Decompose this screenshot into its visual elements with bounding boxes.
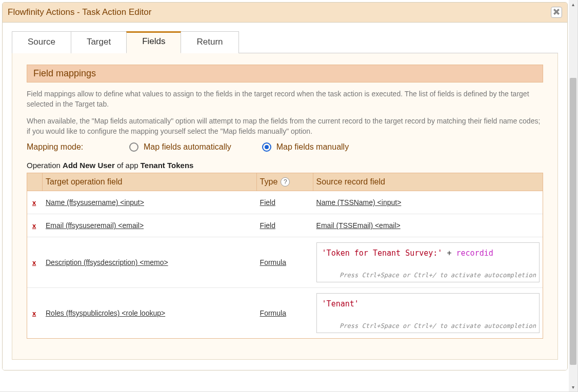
operation-line: Operation Add New User of app Tenant Tok… [27,161,543,170]
formula-editor[interactable]: 'Tenant'Press Ctrl+Space or Ctrl+/ to ac… [316,293,540,333]
window-content: SourceTargetFieldsReturn Field mappings … [3,23,567,370]
radio-icon [262,142,271,152]
delete-row-button[interactable]: x [30,310,36,317]
type-link[interactable]: Field [260,221,275,230]
mapping-mode-manual[interactable]: Map fields manually [262,142,349,152]
titlebar: Flowfinity Actions - Task Action Editor [3,3,567,23]
tab-return[interactable]: Return [181,31,238,53]
task-action-editor-window: Flowfinity Actions - Task Action Editor … [2,2,568,370]
scroll-up-arrow-icon[interactable]: ▴ [569,0,577,9]
source-field-link[interactable]: Email (TSSEmail) <email> [316,221,401,230]
col-type-label: Type [260,177,278,187]
col-source-label: Source record field [316,177,385,187]
type-help-icon[interactable]: ? [281,177,290,187]
target-field-link[interactable]: Name (ffsysusername) <input> [46,198,144,207]
mapping-mode-label: Mapping mode: [27,142,98,152]
target-field-link[interactable]: Roles (ffsyspublicroles) <role lookup> [46,309,165,317]
target-field-link[interactable]: Email (ffsysuseremail) <email> [46,221,144,230]
formula-hint: Press Ctrl+Space or Ctrl+/ to activate a… [340,271,536,280]
tabs: SourceTargetFieldsReturn [12,31,558,53]
operation-of-app: of app [115,161,141,170]
section-heading: Field mappings [27,65,543,82]
source-field-link[interactable]: Name (TSSName) <input> [316,198,402,207]
mapping-mode-row: Mapping mode: Map fields automaticallyMa… [27,142,543,152]
scroll-thumb[interactable] [570,78,576,365]
type-link[interactable]: Formula [260,309,286,317]
operation-prefix: Operation [27,161,63,170]
delete-row-button[interactable]: x [30,199,36,207]
grid-header: Target operation field Type ? Source rec… [27,173,543,191]
radio-label: Map fields manually [276,142,349,152]
close-button[interactable] [551,7,562,18]
type-link[interactable]: Field [260,198,275,207]
section-desc-1: Field mappings allow to define what valu… [27,89,543,110]
formula-token: 'Token for Tenant Survey:' [322,249,443,258]
operation-app: Tenant Tokens [141,161,194,170]
mapping-grid: Target operation field Type ? Source rec… [27,173,543,339]
formula-hint: Press Ctrl+Space or Ctrl+/ to activate a… [340,322,536,331]
mapping-row: xRoles (ffsyspublicroles) <role lookup>F… [27,288,543,338]
formula-token: recordid [456,249,493,258]
vertical-scrollbar[interactable]: ▴ ▾ [569,0,577,391]
mapping-row: xDescription (ffsysdescription) <memo>Fo… [27,237,543,288]
fields-panel: Field mappings Field mappings allow to d… [12,53,558,360]
mapping-row: xEmail (ffsysuseremail) <email>FieldEmai… [27,214,543,237]
section-desc-2: When available, the "Map fields automati… [27,116,543,137]
mapping-row: xName (ffsysusername) <input>FieldName (… [27,191,543,214]
type-link[interactable]: Formula [260,258,286,266]
close-icon [553,7,560,17]
tab-source[interactable]: Source [12,31,71,53]
delete-row-button[interactable]: x [30,259,36,266]
target-field-link[interactable]: Description (ffsysdescription) <memo> [46,258,168,266]
radio-icon [129,142,138,152]
col-target-label: Target operation field [46,177,122,187]
radio-label: Map fields automatically [144,142,231,152]
formula-token: 'Tenant' [322,299,359,308]
window-title: Flowfinity Actions - Task Action Editor [8,7,551,17]
delete-row-button[interactable]: x [30,222,36,230]
tab-target[interactable]: Target [71,31,127,53]
operation-name: Add New User [63,161,115,170]
formula-editor[interactable]: 'Token for Tenant Survey:' + recordidPre… [316,242,540,282]
mapping-mode-auto[interactable]: Map fields automatically [129,142,231,152]
scroll-down-arrow-icon[interactable]: ▾ [569,383,577,391]
tab-fields[interactable]: Fields [126,31,181,53]
formula-token: + [442,249,456,258]
